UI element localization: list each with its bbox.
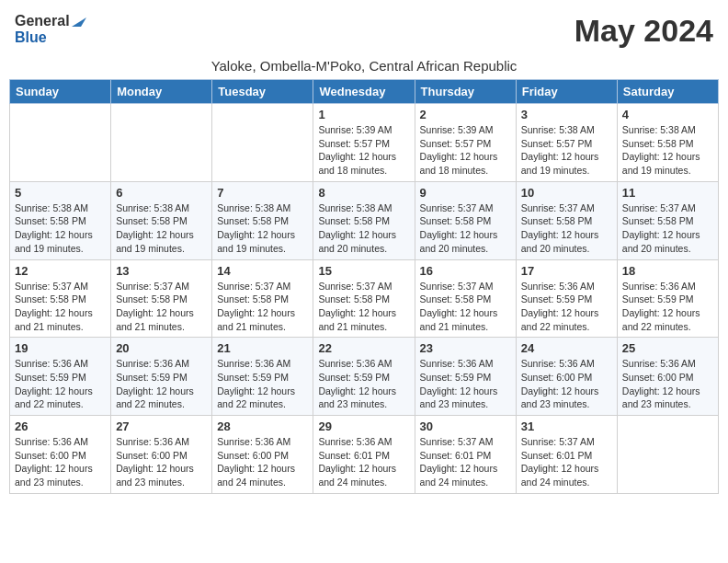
weekday-header-thursday: Thursday [415,80,516,104]
day-info: Sunrise: 5:38 AM Sunset: 5:57 PM Dayligh… [521,123,612,178]
day-info: Sunrise: 5:36 AM Sunset: 6:01 PM Dayligh… [318,435,409,489]
day-info: Sunrise: 5:36 AM Sunset: 6:00 PM Dayligh… [116,435,207,489]
calendar-cell: 14Sunrise: 5:37 AM Sunset: 5:58 PM Dayli… [212,259,313,338]
day-info: Sunrise: 5:38 AM Sunset: 5:58 PM Dayligh… [318,201,409,256]
week-row-1: 1Sunrise: 5:39 AM Sunset: 5:57 PM Daylig… [10,104,719,182]
week-row-3: 12Sunrise: 5:37 AM Sunset: 5:58 PM Dayli… [10,259,719,338]
calendar-cell: 19Sunrise: 5:36 AM Sunset: 5:59 PM Dayli… [10,338,111,416]
calendar-cell: 6Sunrise: 5:38 AM Sunset: 5:58 PM Daylig… [111,181,212,259]
calendar-cell: 29Sunrise: 5:36 AM Sunset: 6:01 PM Dayli… [313,416,415,494]
day-number: 30 [420,419,511,433]
logo: General Blue [15,13,86,46]
day-info: Sunrise: 5:37 AM Sunset: 5:58 PM Dayligh… [318,280,409,334]
day-info: Sunrise: 5:36 AM Sunset: 5:59 PM Dayligh… [217,357,308,411]
day-number: 16 [420,264,511,278]
calendar-cell: 5Sunrise: 5:38 AM Sunset: 5:58 PM Daylig… [10,181,111,259]
day-number: 3 [521,108,612,121]
day-info: Sunrise: 5:37 AM Sunset: 5:58 PM Dayligh… [217,280,308,334]
day-info: Sunrise: 5:38 AM Sunset: 5:58 PM Dayligh… [217,201,308,256]
weekday-header-saturday: Saturday [617,80,718,104]
day-number: 2 [420,108,511,121]
day-number: 18 [622,264,713,278]
day-info: Sunrise: 5:37 AM Sunset: 5:58 PM Dayligh… [521,201,612,256]
calendar-cell: 13Sunrise: 5:37 AM Sunset: 5:58 PM Dayli… [111,259,212,338]
calendar-cell: 23Sunrise: 5:36 AM Sunset: 5:59 PM Dayli… [415,338,516,416]
day-info: Sunrise: 5:36 AM Sunset: 5:59 PM Dayligh… [15,357,106,411]
page-header: General Blue May 2024 [9,9,719,52]
day-info: Sunrise: 5:36 AM Sunset: 6:00 PM Dayligh… [217,435,308,489]
day-number: 8 [318,186,409,200]
calendar-cell: 20Sunrise: 5:36 AM Sunset: 5:59 PM Dayli… [111,338,212,416]
weekday-header-wednesday: Wednesday [313,80,415,104]
day-number: 9 [420,186,511,200]
calendar-cell [111,104,212,182]
day-number: 24 [521,341,612,355]
week-row-2: 5Sunrise: 5:38 AM Sunset: 5:58 PM Daylig… [10,181,719,259]
subtitle: Yaloke, Ombella-M'Poko, Central African … [9,58,719,74]
calendar-cell: 10Sunrise: 5:37 AM Sunset: 5:58 PM Dayli… [516,181,617,259]
calendar-cell: 1Sunrise: 5:39 AM Sunset: 5:57 PM Daylig… [313,104,415,182]
svg-marker-0 [72,17,86,27]
calendar-cell: 3Sunrise: 5:38 AM Sunset: 5:57 PM Daylig… [516,104,617,182]
day-number: 11 [622,186,713,200]
day-info: Sunrise: 5:39 AM Sunset: 5:57 PM Dayligh… [420,123,511,178]
day-number: 1 [318,108,409,121]
calendar-cell: 7Sunrise: 5:38 AM Sunset: 5:58 PM Daylig… [212,181,313,259]
day-info: Sunrise: 5:36 AM Sunset: 5:59 PM Dayligh… [622,280,713,334]
calendar-cell: 31Sunrise: 5:37 AM Sunset: 6:01 PM Dayli… [516,416,617,494]
day-number: 27 [116,419,207,433]
calendar-cell: 18Sunrise: 5:36 AM Sunset: 5:59 PM Dayli… [617,259,718,338]
calendar-cell [617,416,718,494]
day-info: Sunrise: 5:36 AM Sunset: 6:00 PM Dayligh… [15,435,106,489]
calendar-cell: 24Sunrise: 5:36 AM Sunset: 6:00 PM Dayli… [516,338,617,416]
day-info: Sunrise: 5:36 AM Sunset: 5:59 PM Dayligh… [420,357,511,411]
calendar-cell: 9Sunrise: 5:37 AM Sunset: 5:58 PM Daylig… [415,181,516,259]
day-number: 5 [15,186,106,200]
day-number: 28 [217,419,308,433]
logo-bird-icon [72,14,86,27]
day-info: Sunrise: 5:37 AM Sunset: 5:58 PM Dayligh… [116,280,207,334]
day-number: 17 [521,264,612,278]
day-number: 22 [318,341,409,355]
calendar-cell: 8Sunrise: 5:38 AM Sunset: 5:58 PM Daylig… [313,181,415,259]
day-info: Sunrise: 5:37 AM Sunset: 6:01 PM Dayligh… [521,435,612,489]
day-info: Sunrise: 5:36 AM Sunset: 5:59 PM Dayligh… [521,280,612,334]
day-info: Sunrise: 5:37 AM Sunset: 5:58 PM Dayligh… [420,201,511,256]
day-number: 20 [116,341,207,355]
weekday-header-monday: Monday [111,80,212,104]
weekday-header-tuesday: Tuesday [212,80,313,104]
day-number: 10 [521,186,612,200]
day-number: 19 [15,341,106,355]
day-number: 13 [116,264,207,278]
day-number: 6 [116,186,207,200]
day-number: 23 [420,341,511,355]
calendar-cell: 30Sunrise: 5:37 AM Sunset: 6:01 PM Dayli… [415,416,516,494]
calendar-cell: 2Sunrise: 5:39 AM Sunset: 5:57 PM Daylig… [415,104,516,182]
calendar-cell: 22Sunrise: 5:36 AM Sunset: 5:59 PM Dayli… [313,338,415,416]
day-info: Sunrise: 5:36 AM Sunset: 6:00 PM Dayligh… [521,357,612,411]
day-info: Sunrise: 5:36 AM Sunset: 5:59 PM Dayligh… [116,357,207,411]
day-number: 12 [15,264,106,278]
calendar-cell: 27Sunrise: 5:36 AM Sunset: 6:00 PM Dayli… [111,416,212,494]
calendar-cell: 11Sunrise: 5:37 AM Sunset: 5:58 PM Dayli… [617,181,718,259]
week-row-4: 19Sunrise: 5:36 AM Sunset: 5:59 PM Dayli… [10,338,719,416]
weekday-header-friday: Friday [516,80,617,104]
day-number: 25 [622,341,713,355]
day-number: 26 [15,419,106,433]
day-info: Sunrise: 5:36 AM Sunset: 5:59 PM Dayligh… [318,357,409,411]
calendar-cell: 15Sunrise: 5:37 AM Sunset: 5:58 PM Dayli… [313,259,415,338]
day-info: Sunrise: 5:37 AM Sunset: 5:58 PM Dayligh… [15,280,106,334]
calendar-cell: 4Sunrise: 5:38 AM Sunset: 5:58 PM Daylig… [617,104,718,182]
logo-blue: Blue [15,29,47,46]
weekday-header-sunday: Sunday [10,80,111,104]
calendar-cell: 26Sunrise: 5:36 AM Sunset: 6:00 PM Dayli… [10,416,111,494]
day-info: Sunrise: 5:38 AM Sunset: 5:58 PM Dayligh… [622,123,713,178]
calendar-table: SundayMondayTuesdayWednesdayThursdayFrid… [9,79,719,494]
day-info: Sunrise: 5:38 AM Sunset: 5:58 PM Dayligh… [15,201,106,256]
calendar-cell: 21Sunrise: 5:36 AM Sunset: 5:59 PM Dayli… [212,338,313,416]
calendar-cell [212,104,313,182]
logo-general: General [15,13,70,29]
day-number: 21 [217,341,308,355]
day-info: Sunrise: 5:39 AM Sunset: 5:57 PM Dayligh… [318,123,409,178]
day-info: Sunrise: 5:37 AM Sunset: 5:58 PM Dayligh… [622,201,713,256]
